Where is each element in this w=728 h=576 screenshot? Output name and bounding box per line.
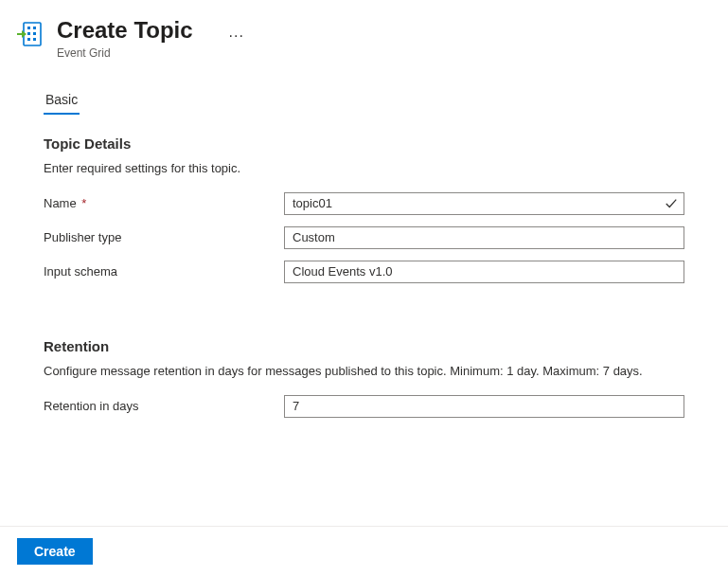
topic-icon <box>17 21 44 47</box>
name-input[interactable] <box>284 192 684 215</box>
field-row-publisher-type: Publisher type <box>44 226 684 249</box>
retention-days-label: Retention in days <box>44 399 284 413</box>
tab-basic[interactable]: Basic <box>44 92 80 115</box>
name-label-text: Name <box>44 196 77 210</box>
input-schema-input[interactable] <box>284 261 684 283</box>
page-title: Create Topic <box>57 17 193 45</box>
name-label: Name * <box>44 196 284 210</box>
retention-heading: Retention <box>44 338 684 354</box>
svg-rect-4 <box>33 32 36 35</box>
field-row-name: Name * <box>44 192 684 215</box>
retention-description: Configure message retention in days for … <box>44 364 684 378</box>
publisher-type-label: Publisher type <box>44 230 284 244</box>
input-schema-input-wrapper <box>284 261 684 283</box>
main-content: Basic Topic Details Enter required setti… <box>0 65 728 418</box>
header-titles: Create Topic Event Grid <box>57 17 193 60</box>
section-topic-details: Topic Details Enter required settings fo… <box>44 135 684 283</box>
tabs: Basic <box>44 92 684 115</box>
publisher-type-input-wrapper <box>284 226 684 249</box>
input-schema-label: Input schema <box>44 264 284 279</box>
retention-days-input[interactable] <box>284 395 684 418</box>
page-header: Create Topic Event Grid ··· <box>0 0 728 65</box>
svg-rect-3 <box>27 32 30 35</box>
topic-details-heading: Topic Details <box>44 135 684 152</box>
topic-details-description: Enter required settings for this topic. <box>44 161 684 175</box>
svg-rect-5 <box>27 38 30 41</box>
footer: Create <box>0 526 728 576</box>
svg-rect-6 <box>33 38 36 41</box>
more-actions-icon[interactable]: ··· <box>229 28 244 44</box>
retention-days-input-wrapper <box>284 395 684 418</box>
create-button[interactable]: Create <box>17 538 93 565</box>
field-row-retention-days: Retention in days <box>44 395 684 418</box>
svg-rect-2 <box>33 27 36 29</box>
publisher-type-input[interactable] <box>284 226 684 249</box>
name-input-wrapper <box>284 192 684 215</box>
page-subtitle: Event Grid <box>57 46 193 60</box>
required-indicator: * <box>79 196 87 210</box>
svg-rect-1 <box>27 27 30 29</box>
section-retention: Retention Configure message retention in… <box>44 338 684 418</box>
field-row-input-schema: Input schema <box>44 261 684 283</box>
